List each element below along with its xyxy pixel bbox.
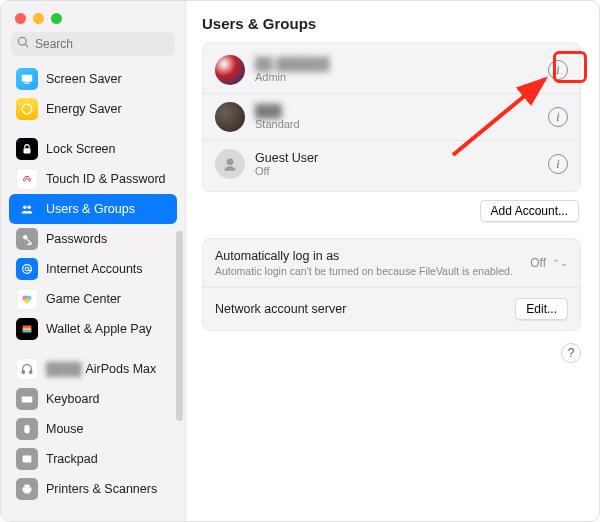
settings-card: Automatically log in as Automatic login … [202, 238, 581, 331]
avatar [215, 149, 245, 179]
sidebar: Screen Saver Energy Saver Lock Screen [1, 1, 186, 521]
add-account-button[interactable]: Add Account... [480, 200, 579, 222]
content-pane: Users & Groups ██ ██████ Admin i ███ Sta… [186, 1, 599, 521]
system-settings-window: Screen Saver Energy Saver Lock Screen [0, 0, 600, 522]
sidebar-item-label: ████AirPods Max [46, 362, 156, 376]
sidebar-item-label: Touch ID & Password [46, 172, 166, 186]
value-text: Off [530, 256, 546, 270]
avatar [215, 102, 245, 132]
svg-point-4 [23, 206, 27, 210]
screensaver-icon [16, 68, 38, 90]
svg-rect-0 [22, 75, 33, 82]
setting-label: Automatically log in as [215, 249, 513, 263]
svg-rect-18 [24, 425, 29, 434]
svg-point-5 [27, 206, 31, 210]
svg-rect-16 [30, 371, 32, 374]
updown-icon: ⌃⌄ [552, 258, 568, 268]
page-title: Users & Groups [202, 15, 581, 32]
svg-rect-12 [23, 326, 32, 329]
printer-icon [16, 478, 38, 500]
energy-icon [16, 98, 38, 120]
key-icon [16, 228, 38, 250]
game-center-icon [16, 288, 38, 310]
auto-login-row[interactable]: Automatically log in as Automatic login … [203, 239, 580, 288]
edit-network-server-button[interactable]: Edit... [515, 298, 568, 320]
user-name: ███ [255, 104, 295, 118]
lock-icon [16, 138, 38, 160]
sidebar-item-wallet[interactable]: Wallet & Apple Pay [9, 314, 177, 344]
wallet-icon [16, 318, 38, 340]
mouse-icon [16, 418, 38, 440]
svg-rect-13 [23, 328, 32, 331]
help-button[interactable]: ? [561, 343, 581, 363]
user-row[interactable]: ███ Standard i [203, 94, 580, 141]
search-icon [17, 36, 35, 52]
trackpad-icon [16, 448, 38, 470]
user-row[interactable]: Guest User Off i [203, 141, 580, 187]
svg-point-11 [24, 298, 29, 303]
window-controls [1, 1, 185, 32]
fingerprint-icon [16, 168, 38, 190]
sidebar-item-label: Trackpad [46, 452, 98, 466]
svg-rect-15 [22, 371, 24, 374]
sidebar-item-label: Mouse [46, 422, 84, 436]
sidebar-item-game-center[interactable]: Game Center [9, 284, 177, 314]
user-name: ██ ██████ [255, 57, 538, 71]
sidebar-item-energy-saver[interactable]: Energy Saver [9, 94, 177, 124]
sidebar-item-keyboard[interactable]: Keyboard [9, 384, 177, 414]
user-list-card: ██ ██████ Admin i ███ Standard i Guest U… [202, 42, 581, 192]
svg-rect-3 [24, 148, 31, 153]
minimize-window-button[interactable] [33, 13, 44, 24]
users-icon [16, 198, 38, 220]
sidebar-item-label: Screen Saver [46, 72, 122, 86]
close-window-button[interactable] [15, 13, 26, 24]
user-role: Standard [255, 118, 538, 130]
svg-rect-22 [24, 491, 29, 494]
setting-sublabel: Automatic login can't be turned on becau… [215, 265, 513, 277]
keyboard-icon [16, 388, 38, 410]
svg-rect-19 [23, 456, 32, 463]
user-row[interactable]: ██ ██████ Admin i [203, 47, 580, 94]
sidebar-item-label: Passwords [46, 232, 107, 246]
sidebar-item-mouse[interactable]: Mouse [9, 414, 177, 444]
avatar [215, 55, 245, 85]
sidebar-item-internet-accounts[interactable]: Internet Accounts [9, 254, 177, 284]
sidebar-list: Screen Saver Energy Saver Lock Screen [1, 62, 185, 521]
sidebar-item-touch-id[interactable]: Touch ID & Password [9, 164, 177, 194]
search-input[interactable] [35, 37, 185, 51]
setting-label: Network account server [215, 302, 346, 316]
sidebar-item-passwords[interactable]: Passwords [9, 224, 177, 254]
svg-rect-14 [23, 331, 32, 333]
auto-login-value[interactable]: Off ⌃⌄ [530, 256, 568, 270]
sidebar-item-label: Users & Groups [46, 202, 135, 216]
zoom-window-button[interactable] [51, 13, 62, 24]
svg-rect-17 [22, 396, 33, 402]
sidebar-item-screen-saver[interactable]: Screen Saver [9, 64, 177, 94]
sidebar-item-users-groups[interactable]: Users & Groups [9, 194, 177, 224]
sidebar-item-label: Lock Screen [46, 142, 115, 156]
search-field[interactable] [11, 32, 175, 56]
network-server-row: Network account server Edit... [203, 288, 580, 330]
sidebar-item-label: Energy Saver [46, 102, 122, 116]
sidebar-item-trackpad[interactable]: Trackpad [9, 444, 177, 474]
user-info-button[interactable]: i [548, 107, 568, 127]
svg-rect-1 [24, 83, 29, 84]
person-icon [221, 155, 239, 173]
user-role: Admin [255, 71, 538, 83]
user-info-button[interactable]: i [548, 60, 568, 80]
sidebar-item-label: Internet Accounts [46, 262, 143, 276]
user-name: Guest User [255, 151, 538, 165]
user-role: Off [255, 165, 538, 177]
sidebar-item-printers[interactable]: Printers & Scanners [9, 474, 177, 504]
sidebar-item-lock-screen[interactable]: Lock Screen [9, 134, 177, 164]
sidebar-scrollbar[interactable] [176, 231, 183, 421]
sidebar-item-label: Keyboard [46, 392, 100, 406]
sidebar-item-label: Game Center [46, 292, 121, 306]
sidebar-item-label: Printers & Scanners [46, 482, 157, 496]
svg-point-7 [23, 265, 32, 274]
svg-rect-21 [24, 485, 29, 488]
svg-point-23 [227, 158, 234, 165]
user-info-button[interactable]: i [548, 154, 568, 174]
sidebar-item-label: Wallet & Apple Pay [46, 322, 152, 336]
sidebar-item-airpods[interactable]: ████AirPods Max [9, 354, 177, 384]
